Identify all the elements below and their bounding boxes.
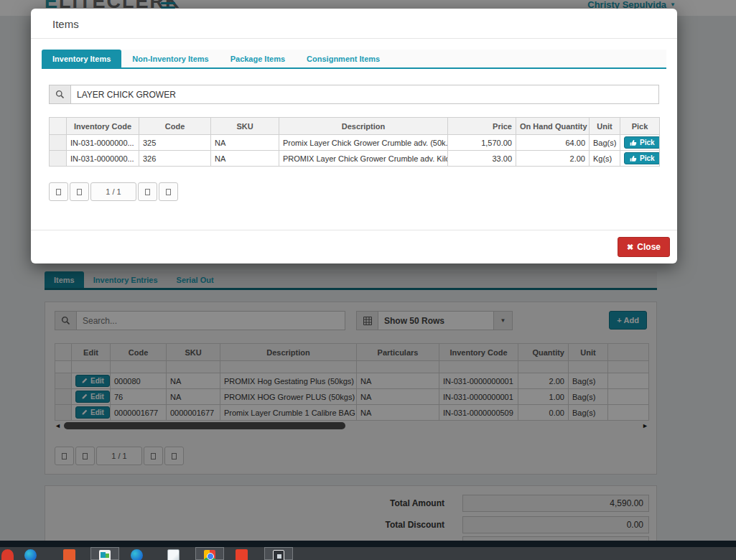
col-inventory-code: Inventory Code (67, 118, 139, 135)
col-pick: Pick (620, 118, 660, 135)
chrome-browser-icon (204, 550, 215, 560)
cell-unit: Kg(s) (590, 151, 620, 167)
pick-button[interactable]: Pick (624, 136, 660, 149)
cell-description: PROMIX Layer Chick Grower Crumble adv. K… (279, 151, 448, 167)
app-orange-icon[interactable] (63, 549, 75, 560)
cell-code: 326 (139, 151, 211, 167)
notepad-icon[interactable] (167, 549, 180, 560)
col-unit: Unit (590, 118, 620, 135)
first-page-button[interactable] (49, 182, 68, 201)
edge-browser-icon[interactable] (24, 549, 37, 560)
cell-price: 33.00 (448, 151, 516, 167)
cell-on-hand-quantity: 64.00 (516, 135, 590, 151)
prev-page-button[interactable] (70, 182, 89, 201)
modal-title: Items (31, 9, 677, 39)
photos-app-icon (273, 550, 284, 560)
table-row: IN-031-0000000... 326 NA PROMIX Layer Ch… (50, 151, 660, 167)
cell-code: 325 (139, 135, 211, 151)
prev-page-icon (77, 189, 82, 195)
modal-items-table: Inventory Code Code SKU Description Pric… (49, 117, 660, 167)
teams-app-icon (99, 550, 111, 560)
last-page-button[interactable] (159, 182, 178, 201)
app-red-partial-icon[interactable] (1, 549, 14, 560)
modal-search-input[interactable] (70, 85, 659, 104)
next-page-button[interactable] (138, 182, 157, 201)
pick-button-label: Pick (640, 139, 655, 146)
os-taskbar (0, 547, 736, 560)
next-page-icon (145, 189, 150, 195)
cell-price: 1,570.00 (448, 135, 516, 151)
tab-non-inventory-items[interactable]: Non-Inventory Items (121, 50, 219, 67)
cell-inventory-code: IN-031-0000000... (67, 135, 139, 151)
close-button[interactable]: ✖ Close (618, 237, 670, 257)
cell-sku: NA (211, 151, 279, 167)
table-row: IN-031-0000000... 325 NA Promix Layer Ch… (50, 135, 660, 151)
app-red-icon[interactable] (236, 549, 248, 560)
chrome-browser-button[interactable] (195, 547, 224, 560)
cell-unit: Bag(s) (590, 135, 620, 151)
modal-pagination: 1 / 1 (49, 182, 659, 201)
cell-on-hand-quantity: 2.00 (516, 151, 590, 167)
col-blank (50, 118, 67, 135)
tab-package-items[interactable]: Package Items (220, 50, 296, 67)
modal-search-group (49, 85, 659, 104)
tab-consignment-items[interactable]: Consignment Items (296, 50, 391, 67)
col-sku: SKU (211, 118, 279, 135)
teams-app-button[interactable] (90, 547, 119, 560)
cell-sku: NA (211, 135, 279, 151)
photos-app-button[interactable] (264, 547, 293, 560)
pick-button-label: Pick (640, 154, 655, 162)
page-indicator: 1 / 1 (90, 182, 136, 201)
modal-body: Inventory Code Code SKU Description Pric… (31, 69, 677, 201)
search-icon (49, 85, 70, 104)
modal-tab-bar: Inventory Items Non-Inventory Items Pack… (42, 50, 666, 69)
first-page-icon (56, 189, 61, 195)
table-header-row: Inventory Code Code SKU Description Pric… (50, 118, 660, 135)
col-code: Code (139, 118, 211, 135)
pick-button[interactable]: Pick (624, 152, 660, 164)
tab-inventory-items[interactable]: Inventory Items (42, 50, 121, 67)
cell-inventory-code: IN-031-0000000... (67, 151, 139, 167)
items-modal: Items Inventory Items Non-Inventory Item… (31, 9, 677, 263)
close-icon: ✖ (627, 243, 633, 252)
col-description: Description (279, 118, 448, 135)
col-on-hand-quantity: On Hand Quantity (516, 118, 590, 135)
col-price: Price (448, 118, 516, 135)
cell-description: Promix Layer Chick Grower Crumble adv. (… (279, 135, 448, 151)
last-page-icon (166, 189, 171, 195)
edge-browser-icon[interactable] (131, 549, 143, 560)
modal-footer: ✖ Close (31, 230, 677, 263)
close-button-label: Close (637, 242, 661, 252)
